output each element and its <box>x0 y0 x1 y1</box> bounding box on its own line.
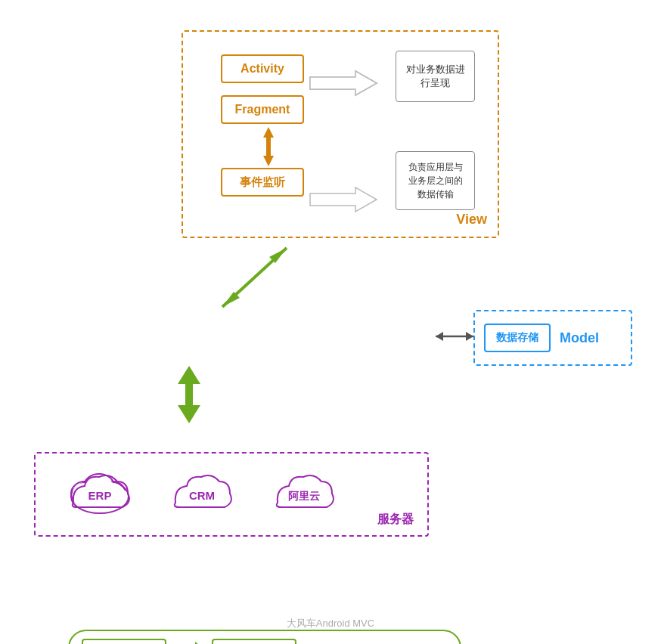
controller-box: 事件通知总线 控制业务逻辑 Controller <box>68 630 461 644</box>
aliyun-cloud: 阿里云 <box>270 465 338 521</box>
data-display-box: 对业务数据进行呈现 <box>396 51 475 102</box>
event-listener-label: 事件监听 <box>240 175 285 190</box>
svg-text:ERP: ERP <box>88 489 112 502</box>
arrow-to-data-display <box>310 70 378 100</box>
view-controller-arrow <box>215 240 298 319</box>
activity-label: Activity <box>241 62 284 76</box>
svg-marker-13 <box>466 332 473 341</box>
data-transfer-text: 负责应用层与业务层之间的数据传输 <box>408 160 463 201</box>
model-label: Model <box>560 330 599 346</box>
diagram: Activity Fragment 事件监听 <box>0 0 661 644</box>
server-label: 服务器 <box>377 512 414 528</box>
model-box: 数据存储 Model <box>473 310 632 366</box>
arrow-to-data-transfer <box>310 186 378 216</box>
svg-marker-0 <box>263 127 274 138</box>
control-logic-box: 控制业务逻辑 <box>212 639 296 644</box>
footer-text: 大风车Android MVC <box>287 617 374 630</box>
data-display-text: 对业务数据进行呈现 <box>406 63 465 90</box>
controller-server-arrow <box>170 364 208 428</box>
view-box: Activity Fragment 事件监听 <box>182 30 499 238</box>
fragment-event-arrow <box>257 127 280 169</box>
svg-marker-15 <box>178 384 200 423</box>
server-box: ERP CRM 阿里云 服务器 <box>34 452 429 537</box>
fragment-label: Fragment <box>235 103 290 116</box>
data-storage-label: 数据存储 <box>496 331 538 343</box>
activity-box: Activity <box>221 54 304 83</box>
controller-outer: 事件通知总线 控制业务逻辑 Controller <box>34 314 431 361</box>
svg-marker-6 <box>310 187 377 212</box>
svg-marker-5 <box>310 71 377 95</box>
svg-rect-3 <box>266 138 271 156</box>
crm-cloud: CRM <box>168 465 236 521</box>
view-label: View <box>456 212 487 228</box>
svg-text:阿里云: 阿里云 <box>288 490 320 502</box>
svg-marker-2 <box>263 156 274 166</box>
controller-model-arrow <box>433 325 476 351</box>
data-transfer-box: 负责应用层与业务层之间的数据传输 <box>396 151 475 210</box>
svg-text:CRM: CRM <box>189 489 215 502</box>
event-bus-box: 事件通知总线 <box>82 639 166 644</box>
erp-cloud: ERP <box>66 465 134 521</box>
data-storage-box: 数据存储 <box>484 324 551 352</box>
fragment-box: Fragment <box>221 95 304 124</box>
arrow-bus-to-logic <box>172 640 206 644</box>
event-listener-box: 事件监听 <box>221 168 304 197</box>
svg-marker-12 <box>436 332 443 341</box>
